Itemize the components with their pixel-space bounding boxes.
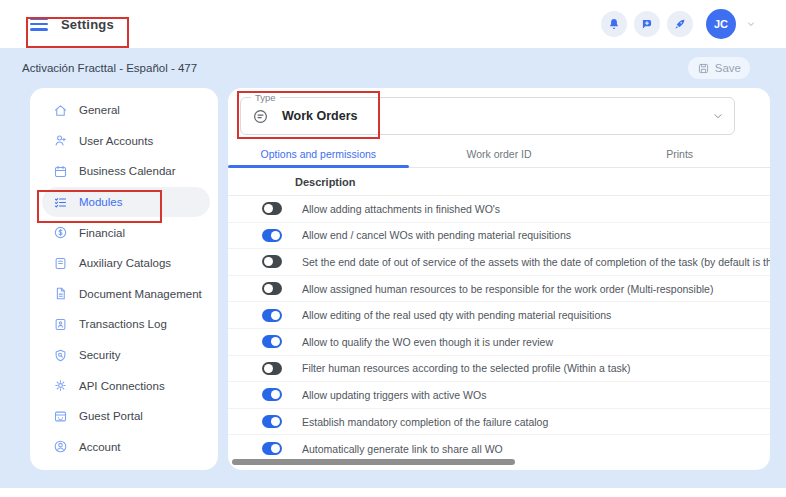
gear-icon <box>52 378 68 394</box>
sidebar-item-label: Transactions Log <box>79 318 167 330</box>
sidebar-item-label: Business Calendar <box>79 165 176 177</box>
tab-options-and-permissions[interactable]: Options and permissions <box>228 140 409 167</box>
rocket-icon <box>673 17 687 31</box>
type-select-value: Work Orders <box>282 109 358 123</box>
toggle-switch[interactable] <box>262 442 282 455</box>
save-label: Save <box>715 62 741 74</box>
document-icon <box>52 286 68 302</box>
description-column-header: Description <box>228 168 770 196</box>
shield-icon <box>52 347 68 363</box>
toggle-label: Filter human resources according to the … <box>302 362 770 374</box>
topbar: Settings JC <box>0 0 786 48</box>
floppy-disk-icon <box>697 62 710 75</box>
sidebar-item-label: Financial <box>79 227 125 239</box>
feedback-button[interactable] <box>634 11 660 37</box>
hamburger-menu-icon[interactable] <box>30 18 48 31</box>
user-plus-icon <box>52 133 68 149</box>
whats-new-button[interactable] <box>667 11 693 37</box>
browser-icon <box>52 408 68 424</box>
toggle-switch[interactable] <box>262 362 282 375</box>
sidebar-item-api-connections[interactable]: API Connections <box>42 370 210 401</box>
sidebar-item-modules[interactable]: Modules <box>42 187 210 218</box>
sidebar-item-document-management[interactable]: Document Management <box>42 279 210 310</box>
sidebar-item-account[interactable]: Account <box>42 432 210 463</box>
sidebar-item-general[interactable]: General <box>42 95 210 126</box>
log-icon <box>52 316 68 332</box>
checklist-icon <box>52 194 68 210</box>
sidebar-item-label: Guest Portal <box>79 410 143 422</box>
tab-label: Options and permissions <box>261 148 377 160</box>
toggle-switch[interactable] <box>262 202 282 215</box>
sidebar-item-user-accounts[interactable]: User Accounts <box>42 126 210 157</box>
sidebar-item-label: Auxiliary Catalogs <box>79 257 171 269</box>
toggle-label: Allow editing of the real used qty with … <box>302 309 770 321</box>
avatar-chevron-down-icon[interactable] <box>746 19 756 29</box>
sidebar-item-financial[interactable]: Financial <box>42 217 210 248</box>
subheader: Activación Fracttal - Español - 477 Save <box>0 48 786 88</box>
sidebar-item-transactions-log[interactable]: Transactions Log <box>42 309 210 340</box>
toggle-knob <box>271 337 280 346</box>
bell-icon <box>607 17 621 31</box>
account-activation-title: Activación Fracttal - Español - 477 <box>22 62 197 74</box>
horizontal-scrollbar[interactable] <box>232 459 515 465</box>
page-title: Settings <box>61 17 114 32</box>
user-avatar[interactable]: JC <box>706 9 736 39</box>
toggle-switch[interactable] <box>262 388 282 401</box>
toggle-label: Allow assigned human resources to be res… <box>302 283 770 295</box>
chat-feedback-icon <box>640 17 654 31</box>
sidebar-item-label: Security <box>79 349 121 361</box>
toggle-row: Set the end date of out of service of th… <box>228 249 770 276</box>
toggle-knob <box>264 364 273 373</box>
sidebar-item-label: User Accounts <box>79 135 153 147</box>
toggle-row: Filter human resources according to the … <box>228 356 770 383</box>
toggle-knob <box>271 231 280 240</box>
toggle-label: Allow end / cancel WOs with pending mate… <box>302 229 770 241</box>
coin-icon <box>52 225 68 241</box>
save-button[interactable]: Save <box>688 57 750 79</box>
toggle-knob <box>264 257 273 266</box>
tabbar: Options and permissions Work order ID Pr… <box>228 140 770 168</box>
notifications-button[interactable] <box>601 11 627 37</box>
toggle-label: Allow updating triggers with active WOs <box>302 389 770 401</box>
sidebar-item-label: Account <box>79 441 121 453</box>
account-circle-icon <box>52 439 68 455</box>
sidebar-item-label: Document Management <box>79 288 202 300</box>
toggle-label: Allow adding attachments in finished WO'… <box>302 203 770 215</box>
toggle-row: Allow editing of the real used qty with … <box>228 302 770 329</box>
tab-label: Prints <box>666 148 693 160</box>
sidebar-item-business-calendar[interactable]: Business Calendar <box>42 156 210 187</box>
toggle-row: Allow to qualify the WO even though it i… <box>228 329 770 356</box>
permissions-list: Allow adding attachments in finished WO'… <box>228 196 770 462</box>
sidebar-item-auxiliary-catalogs[interactable]: Auxiliary Catalogs <box>42 248 210 279</box>
toggle-row: Allow updating triggers with active WOs <box>228 382 770 409</box>
toggle-knob <box>271 417 280 426</box>
settings-screen: Settings JC Activa <box>0 0 786 497</box>
toggle-row: Allow assigned human resources to be res… <box>228 276 770 303</box>
type-select[interactable]: Type Work Orders <box>240 97 735 135</box>
home-icon <box>52 102 68 118</box>
toggle-knob <box>271 390 280 399</box>
sidebar-item-label: General <box>79 104 120 116</box>
toggle-row: Establish mandatory completion of the fa… <box>228 409 770 436</box>
toggle-switch[interactable] <box>262 229 282 242</box>
toggle-switch[interactable] <box>262 415 282 428</box>
tab-work-order-id[interactable]: Work order ID <box>409 140 590 167</box>
calendar-icon <box>52 163 68 179</box>
toggle-switch[interactable] <box>262 309 282 322</box>
toggle-switch[interactable] <box>262 255 282 268</box>
book-icon <box>52 255 68 271</box>
topbar-actions: JC <box>601 0 756 48</box>
tab-prints[interactable]: Prints <box>589 140 770 167</box>
toggle-row: Automatically generate link to share all… <box>228 435 770 462</box>
toggle-switch[interactable] <box>262 335 282 348</box>
sidebar-item-security[interactable]: Security <box>42 340 210 371</box>
toggle-row: Allow adding attachments in finished WO'… <box>228 196 770 223</box>
toggle-knob <box>264 284 273 293</box>
module-settings-panel: Type Work Orders Options and permissions… <box>228 88 770 470</box>
sidebar-item-guest-portal[interactable]: Guest Portal <box>42 401 210 432</box>
work-order-icon <box>252 108 269 125</box>
toggle-row: Allow end / cancel WOs with pending mate… <box>228 223 770 250</box>
toggle-label: Set the end date of out of service of th… <box>302 256 770 268</box>
toggle-label: Allow to qualify the WO even though it i… <box>302 336 770 348</box>
toggle-switch[interactable] <box>262 282 282 295</box>
